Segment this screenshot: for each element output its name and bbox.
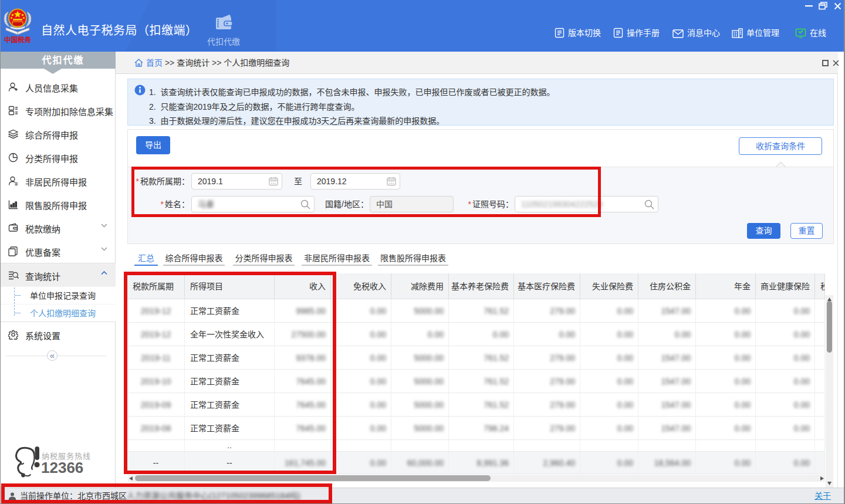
- svg-text:中国税务: 中国税务: [4, 36, 32, 43]
